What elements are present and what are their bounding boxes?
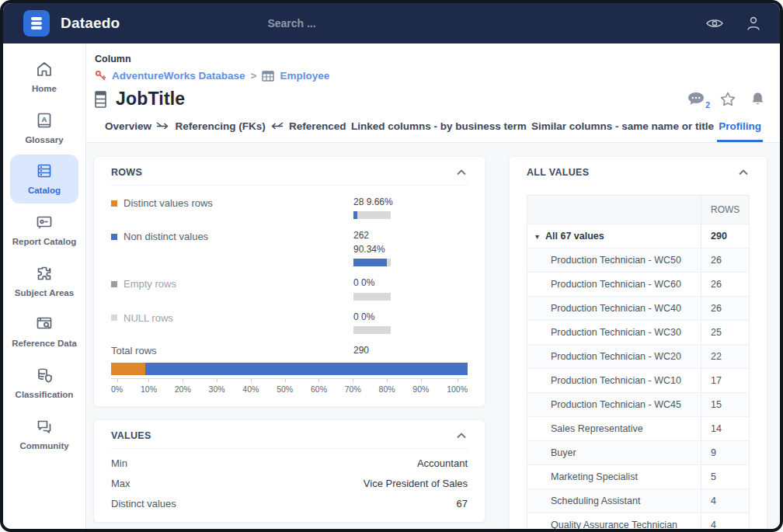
stat-non-distinct-values: Non distinct values 262 90.34%: [111, 229, 468, 266]
breadcrumb-table-link[interactable]: Employee: [280, 70, 329, 82]
tab-label: Referenced: [289, 120, 346, 132]
breadcrumb-separator: >: [251, 70, 257, 82]
kv-label: Distinct values: [111, 498, 176, 509]
table-row[interactable]: Quality Assurance Technician 4: [527, 513, 749, 529]
comment-bubble-icon: [687, 92, 705, 106]
tab-referenced[interactable]: Referenced: [269, 120, 348, 142]
rows-panel-title: ROWS: [111, 167, 142, 178]
tab-profiling[interactable]: Profiling: [717, 120, 763, 142]
table-row[interactable]: Production Technician - WC45 15: [527, 392, 749, 416]
kv-value: 67: [457, 498, 468, 509]
catalog-icon: [35, 162, 54, 180]
values-panel: VALUES Min Accountant Max Vice President…: [93, 419, 485, 523]
user-profile-icon[interactable]: [746, 16, 761, 32]
table-row[interactable]: Production Technician - WC20 22: [527, 344, 749, 368]
dataedo-logo-icon[interactable]: [23, 10, 50, 37]
stat-total-rows: Total rows 290: [111, 345, 468, 356]
stat-value-text: 28 9.66%: [353, 196, 393, 207]
stat-label-text: Empty rows: [124, 278, 176, 290]
group-value: 290: [701, 224, 749, 248]
values-distinct-row: Distinct values 67: [111, 498, 468, 509]
column-icon: [95, 91, 106, 108]
sidebar-item-label: Community: [12, 440, 77, 453]
sidebar-item-subject-areas[interactable]: Subject Areas: [10, 257, 78, 306]
page-title: JobTitle: [116, 89, 185, 110]
comment-count-badge: 2: [705, 100, 710, 110]
reference-data-icon: [35, 315, 54, 333]
total-rows-label: Total rows: [111, 345, 353, 356]
stat-label-text: Non distinct values: [124, 231, 208, 242]
legend-swatch-gray: [111, 281, 117, 287]
table-row[interactable]: Production Technician - WC40 26: [527, 296, 749, 320]
favorite-star-icon[interactable]: [720, 92, 736, 106]
stat-label-text: Distinct values rows: [124, 197, 213, 209]
profiling-content: ROWS Distinct values rows 28 9.6: [86, 143, 780, 529]
notifications-bell-icon[interactable]: [751, 92, 764, 106]
sidebar-item-label: Reference Data: [12, 337, 77, 350]
tab-linked-columns[interactable]: Linked columns - by business term: [350, 120, 528, 142]
rows-panel: ROWS Distinct values rows 28 9.6: [93, 156, 485, 407]
referenced-arrow-icon: [270, 121, 284, 131]
rows-column-header: ROWS: [701, 196, 749, 224]
table-row[interactable]: Production Technician - WC50 26: [527, 248, 749, 272]
subject-areas-puzzle-icon: [35, 264, 54, 283]
tab-referencing-fks[interactable]: Referencing (FKs): [155, 120, 266, 142]
stat-value-text: 262 90.34%: [353, 230, 385, 254]
sidebar-item-community[interactable]: Community: [10, 410, 78, 459]
bar-segment-non-distinct: [145, 363, 468, 375]
expand-caret-icon[interactable]: ▾: [535, 232, 539, 241]
breadcrumb: AdventureWorks Database > Employee: [95, 70, 767, 82]
stat-label-text: NULL rows: [124, 312, 173, 324]
rows-stacked-bar-chart: 0%10% 20%30% 40%50% 60%70% 80%90% 100%: [111, 363, 468, 394]
table-row[interactable]: Sales Representative 14: [527, 416, 749, 440]
stat-value-text: 0 0%: [353, 311, 374, 322]
sidebar-item-catalog[interactable]: Catalog: [10, 155, 78, 203]
database-connection-icon: [95, 70, 106, 82]
kv-label: Max: [111, 478, 130, 489]
stat-distinct-values-rows: Distinct values rows 28 9.66%: [111, 196, 468, 219]
watch-eye-icon[interactable]: [705, 17, 724, 30]
table-header-row: ROWS: [527, 196, 749, 224]
collapse-chevron-icon[interactable]: [455, 168, 468, 177]
all-values-table: ROWS ▾ All 67 values 290 Production Te: [527, 195, 750, 529]
search-input[interactable]: Search ...: [267, 17, 315, 30]
table-row[interactable]: Production Technician - WC60 26: [527, 272, 749, 296]
sidebar-item-classification[interactable]: Classification: [10, 359, 78, 408]
all-values-group-row[interactable]: ▾ All 67 values 290: [527, 224, 749, 248]
breadcrumb-database-link[interactable]: AdventureWorks Database: [112, 70, 245, 82]
sidebar-item-reference-data[interactable]: Reference Data: [10, 308, 78, 356]
table-row[interactable]: Production Technician - WC10 17: [527, 368, 749, 392]
home-icon: [35, 60, 54, 78]
tab-label: Linked columns - by business term: [351, 120, 527, 132]
comments-button[interactable]: 2: [687, 92, 705, 106]
sidebar-item-home[interactable]: Home: [10, 53, 78, 102]
values-min-row: Min Accountant: [111, 457, 468, 469]
bell-glyph: [751, 92, 764, 106]
kv-value: Accountant: [417, 457, 468, 469]
table-row[interactable]: Scheduling Assistant 4: [527, 489, 749, 513]
top-navbar: Dataedo Search ...: [3, 3, 780, 43]
sidebar-item-label: Subject Areas: [12, 287, 77, 300]
tab-overview[interactable]: Overview: [103, 120, 153, 142]
sidebar-item-label: Report Catalog: [12, 235, 77, 249]
stat-null-rows: NULL rows 0 0%: [111, 311, 468, 334]
sidebar-item-glossary[interactable]: A Glossary: [10, 104, 78, 153]
tab-similar-columns[interactable]: Similar columns - same name or title: [530, 120, 715, 142]
page-header: Column AdventureWorks Database > Employe…: [86, 43, 780, 143]
all-values-panel-title: ALL VALUES: [527, 167, 589, 178]
sidebar-item-report-catalog[interactable]: Report Catalog: [10, 206, 78, 255]
svg-text:A: A: [42, 114, 47, 123]
referencing-arrow-icon: [156, 121, 169, 131]
collapse-chevron-icon[interactable]: [737, 168, 750, 177]
total-rows-value: 290: [353, 345, 369, 356]
mini-bar: [353, 293, 391, 301]
legend-swatch-light-gray: [111, 315, 117, 321]
report-catalog-icon: [35, 213, 54, 231]
table-row[interactable]: Production Technician - WC30 25: [527, 320, 749, 344]
table-row[interactable]: Marketing Specialist 5: [527, 464, 749, 489]
glossary-book-icon: A: [35, 111, 54, 130]
sidebar-item-label: Glossary: [12, 134, 77, 147]
values-max-row: Max Vice President of Sales: [111, 478, 468, 489]
collapse-chevron-icon[interactable]: [455, 431, 468, 440]
table-row[interactable]: Buyer 9: [527, 440, 749, 464]
